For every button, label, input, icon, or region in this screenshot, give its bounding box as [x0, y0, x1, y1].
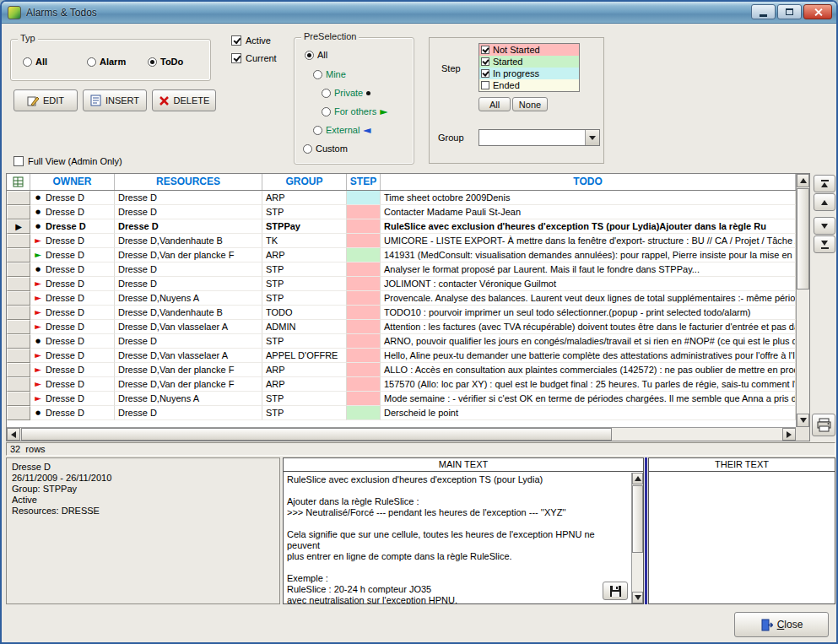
step-option[interactable]: Ended: [479, 79, 579, 91]
floppy-icon: [609, 585, 622, 598]
table-row[interactable]: ► Dresse D Dresse D,Van vlasselaer A ADM…: [7, 320, 796, 334]
table-row[interactable]: ► Dresse D Dresse D,Vandenhaute B TK UMI…: [7, 234, 796, 248]
record-first-button[interactable]: [814, 175, 835, 192]
row-selector-cell[interactable]: [7, 248, 30, 262]
cell-group: ARP: [262, 248, 347, 262]
table-horizontal-scrollbar[interactable]: [7, 427, 796, 441]
alarms-todos-window: Alarms & Todos Typ All Alarm ToDo EDIT I…: [0, 0, 838, 644]
table-row[interactable]: ► Dresse D Dresse D,Nuyens A STP Mode se…: [7, 392, 796, 406]
insert-button[interactable]: INSERT: [83, 89, 147, 111]
row-selector-cell[interactable]: [7, 320, 30, 334]
step-option-checkbox[interactable]: [481, 46, 489, 54]
table-row[interactable]: ► Dresse D Dresse D,Van der plancke F AR…: [7, 248, 796, 262]
row-selector-cell[interactable]: [7, 205, 30, 219]
column-header-owner[interactable]: OWNER: [30, 174, 115, 190]
horizontal-scroll-thumb[interactable]: [21, 428, 612, 441]
vertical-scroll-thumb[interactable]: [797, 188, 809, 290]
table-vertical-scrollbar[interactable]: [796, 174, 809, 427]
scroll-left-button[interactable]: [7, 428, 20, 441]
minimize-button[interactable]: [751, 4, 776, 19]
row-selector-cell[interactable]: [7, 277, 30, 291]
cell-owner: ► Dresse D: [30, 248, 115, 262]
step-option[interactable]: Started: [479, 56, 579, 68]
table-row[interactable]: ● Dresse D Dresse D ARP Time sheet octob…: [7, 191, 796, 205]
row-selector-cell[interactable]: [7, 363, 30, 377]
full-view-checkbox[interactable]: Full View (Admin Only): [14, 156, 122, 166]
table-row[interactable]: ► Dresse D Dresse D,Vandenhaute B TODO T…: [7, 306, 796, 320]
close-button[interactable]: Close: [734, 612, 829, 637]
main-text-area[interactable]: RuleSlice avec exclusion d'heures d'exce…: [284, 473, 631, 603]
table-row[interactable]: ● Dresse D Dresse D STP Contacter Madame…: [7, 205, 796, 219]
save-button[interactable]: [603, 582, 628, 600]
table-row[interactable]: ● Dresse D Dresse D STP Analyser le form…: [7, 262, 796, 277]
step-option-checkbox[interactable]: [481, 57, 489, 66]
step-option-checkbox[interactable]: [481, 81, 489, 89]
cell-todo: RuleSlice avec exclusion d'heures d'exce…: [381, 219, 796, 234]
step-option[interactable]: In progress: [479, 68, 579, 79]
cell-owner: ► Dresse D: [30, 291, 115, 306]
step-all-button[interactable]: All: [478, 97, 511, 111]
preselection-radio-custom[interactable]: Custom: [303, 143, 348, 154]
step-option-label: Ended: [493, 80, 520, 90]
delete-button[interactable]: DELETE: [152, 89, 216, 111]
typ-radio-todo[interactable]: ToDo: [148, 57, 183, 67]
close-window-button[interactable]: [803, 4, 832, 19]
table-row[interactable]: ► Dresse D Dresse D,Van vlasselaer A APP…: [7, 349, 796, 363]
row-selector-cell[interactable]: [7, 291, 30, 306]
row-selector-cell[interactable]: [7, 377, 30, 392]
active-checkbox[interactable]: Active: [231, 35, 271, 46]
column-header-resources[interactable]: RESOURCES: [115, 174, 262, 190]
preselection-radio-mine[interactable]: Mine: [313, 69, 346, 79]
dropdown-arrow-button[interactable]: [585, 130, 599, 145]
edit-button[interactable]: EDIT: [14, 89, 78, 111]
step-option[interactable]: Not Started: [479, 44, 579, 56]
row-selector-cell[interactable]: [7, 262, 30, 277]
typ-radio-all[interactable]: All: [23, 57, 47, 67]
table-row[interactable]: ● Dresse D Dresse D STP Derscheid le poi…: [7, 406, 796, 420]
record-next-button[interactable]: [814, 217, 835, 235]
row-selector-cell[interactable]: [7, 306, 30, 320]
table-row[interactable]: ► Dresse D Dresse D STP JOLIMONT : conta…: [7, 277, 796, 291]
scroll-down-button[interactable]: [632, 592, 643, 603]
preselection-radio-private[interactable]: Private: [322, 88, 370, 98]
scroll-up-button[interactable]: [797, 174, 809, 187]
table-row[interactable]: ● Dresse D Dresse D STP ARNO, pouvoir qu…: [7, 334, 796, 349]
preselection-radio-for-others[interactable]: For others ►: [322, 106, 387, 116]
step-none-button[interactable]: None: [512, 97, 548, 111]
current-checkbox[interactable]: Current: [231, 53, 277, 63]
table-row[interactable]: ► Dresse D Dresse D,Van der plancke F AR…: [7, 363, 796, 377]
row-selector-cell[interactable]: [7, 234, 30, 248]
record-previous-button[interactable]: [814, 193, 835, 211]
row-selector-cell[interactable]: [7, 334, 30, 349]
triangle-up-icon: [635, 476, 641, 481]
column-header-step[interactable]: STEP: [347, 174, 381, 190]
typ-radio-alarm[interactable]: Alarm: [87, 57, 126, 67]
table-row[interactable]: ► Dresse D Dresse D,Van der plancke F AR…: [7, 377, 796, 392]
main-text-scroll-thumb[interactable]: [632, 485, 643, 553]
preselection-radio-external[interactable]: External ◄: [313, 125, 371, 135]
record-last-button[interactable]: [814, 235, 835, 253]
table-row[interactable]: ▶ ● Dresse D Dresse D STPPay RuleSlice a…: [7, 219, 796, 234]
print-button[interactable]: [812, 414, 835, 436]
group-dropdown[interactable]: [478, 129, 600, 146]
main-text-scrollbar[interactable]: [631, 473, 643, 603]
their-text-area[interactable]: [649, 473, 835, 603]
column-header-todo[interactable]: TODO: [381, 174, 796, 190]
row-selector-cell[interactable]: [7, 191, 30, 205]
step-option-checkbox[interactable]: [481, 69, 489, 78]
panel-splitter[interactable]: [645, 457, 647, 604]
cell-resources: Dresse D,Van der plancke F: [115, 363, 262, 377]
preselection-radio-all[interactable]: All: [305, 50, 327, 60]
row-selector-cell[interactable]: ▶: [7, 219, 30, 234]
row-selector-cell[interactable]: [7, 349, 30, 363]
maximize-button[interactable]: [777, 4, 802, 19]
cell-owner: ► Dresse D: [30, 377, 115, 392]
row-selector-cell[interactable]: [7, 406, 30, 420]
scroll-down-button[interactable]: [797, 414, 809, 427]
row-selector-cell[interactable]: [7, 392, 30, 406]
scroll-right-button[interactable]: [782, 428, 796, 441]
preselection-group-label: PreSelection: [301, 31, 359, 41]
table-row[interactable]: ► Dresse D Dresse D,Nuyens A STP Provenc…: [7, 291, 796, 306]
column-header-group[interactable]: GROUP: [262, 174, 347, 190]
scroll-up-button[interactable]: [632, 473, 643, 484]
